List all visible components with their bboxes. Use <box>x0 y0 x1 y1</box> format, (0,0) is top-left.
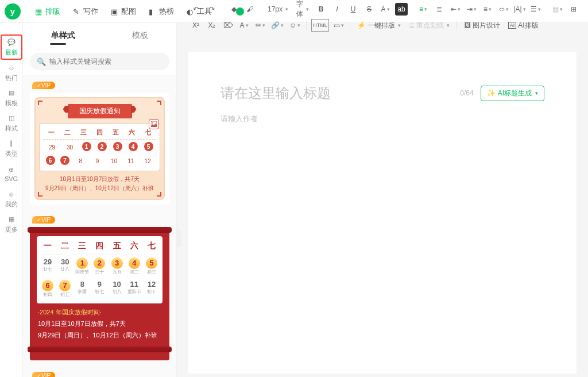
ai-typeset-button[interactable]: ⚡一键排版▾ <box>355 19 403 32</box>
style-gallery[interactable]: ✓VIP 国庆放假通知 一二三四五六七 293012345 6789101112… <box>23 75 176 377</box>
layout-icon: ▦ <box>35 7 43 16</box>
vip-badge: ✓VIP <box>32 372 55 377</box>
marker-button[interactable]: ✏▾ <box>254 19 266 32</box>
logo-letter: y <box>5 3 21 20</box>
announce-line: 9月29日（周日）、10月12日（周六）补班 <box>38 330 161 341</box>
tab-trending[interactable]: ▮热榜 <box>143 3 180 20</box>
announce-highlight: ·2024 年国庆放假时间· <box>38 307 161 318</box>
nav-more[interactable]: ▦更多 <box>1 211 22 237</box>
ai-layout-button[interactable]: AIAI排版 <box>506 19 541 32</box>
strike-button[interactable]: S <box>363 3 376 16</box>
style-card-1[interactable]: 国庆放假通知 一二三四五六七 293012345 6789101112 10月1… <box>30 93 169 205</box>
ai-icon: AI <box>508 22 517 29</box>
vip-badge: ✓VIP <box>32 82 55 89</box>
font-family-select[interactable]: 字体▾ <box>294 3 311 16</box>
align-justify-button[interactable]: ≣ <box>433 3 446 16</box>
picture-icon <box>149 119 159 129</box>
picture-icon: 🖼 <box>464 21 471 29</box>
subscript-button[interactable]: X₂ <box>206 19 218 32</box>
ribbon: 国庆放假通知 <box>68 104 132 118</box>
image-design-button[interactable]: 🖼图片设计 <box>462 19 502 32</box>
lines-icon: ≣ <box>409 21 415 29</box>
nav-svg[interactable]: ⊕SVG <box>1 161 22 186</box>
letter-spacing-button[interactable]: ⬄▾ <box>497 3 510 16</box>
panel-tab-single[interactable]: 单样式 <box>51 30 75 41</box>
word-spacing-button[interactable]: |A|▾ <box>513 3 526 16</box>
user-icon: ☺ <box>7 190 16 199</box>
title-input[interactable]: 请在这里输入标题 <box>220 84 453 102</box>
grid-icon: ▦ <box>7 215 16 224</box>
nav-mine[interactable]: ☺我的 <box>1 186 22 211</box>
style-icon: ◫ <box>7 114 16 123</box>
align-left-button[interactable]: ≡▾ <box>417 3 430 16</box>
indent-right-button[interactable]: ⇥▾ <box>465 3 478 16</box>
globe-icon: ⊕ <box>7 165 16 174</box>
document-paper[interactable]: 请在这里输入标题 0/64 ✨AI标题生成▾ 请输入作者 <box>188 52 577 374</box>
chat-icon: 💬 <box>7 38 16 47</box>
html-button[interactable]: HTML <box>311 19 329 32</box>
style-panel: 单样式 模板 🔍 ✓VIP 国庆放假通知 一二三四五六七 293012345 <box>23 23 177 377</box>
line-height-button[interactable]: ≡▾ <box>481 3 494 16</box>
nav-hot[interactable]: ♨热门 <box>1 60 22 85</box>
template-icon: ▤ <box>7 89 16 98</box>
editor-toolbar: ↶ ↷ ◆ 🖌 17px▾ 字体▾ B I U S A▾ ab ≡▾ ≣ ⇤▾ … <box>189 1 586 33</box>
font-size-select[interactable]: 17px▾ <box>265 3 291 16</box>
italic-button[interactable]: I <box>331 3 343 16</box>
undo-button[interactable]: ↶ <box>189 3 202 16</box>
author-input[interactable]: 请输入作者 <box>220 114 544 124</box>
text-effect-button[interactable]: A▾ <box>238 19 250 32</box>
section-button[interactable]: ▭▾ <box>332 19 345 32</box>
svg-point-1 <box>152 122 153 124</box>
panel-drag-handle[interactable] <box>177 230 181 247</box>
panel-tab-template[interactable]: 模板 <box>132 30 148 41</box>
bars-icon: ∥ <box>7 139 16 148</box>
focus-line-button[interactable]: ≣重点划线▾ <box>407 19 452 32</box>
fire-icon: ♨ <box>7 63 16 72</box>
flag-icon: ▮ <box>149 7 157 16</box>
ai-title-button[interactable]: ✨AI标题生成▾ <box>481 86 544 101</box>
emoji-button[interactable]: ☺▾ <box>288 19 301 32</box>
redo-button[interactable]: ↷ <box>206 3 218 16</box>
notice-line: 9月29日（周日）、10月12日（周六）补班 <box>39 184 160 193</box>
underline-button[interactable]: U <box>347 3 359 16</box>
sparkle-icon: ✨ <box>487 89 496 97</box>
font-color-button[interactable]: A▾ <box>379 3 392 16</box>
search-box[interactable]: 🔍 <box>30 53 169 70</box>
link-button[interactable]: 🔗▾ <box>270 19 285 32</box>
style-card-2[interactable]: 一二三四五六七 29廿七30廿八1国庆节2三十3九月4初二5初三 6初四7初五8… <box>30 227 169 360</box>
paint-icon[interactable]: ◆ <box>227 3 240 16</box>
app-logo[interactable]: y <box>2 1 24 22</box>
nav-style[interactable]: ◫样式 <box>1 110 22 136</box>
superscript-button[interactable]: X² <box>189 19 202 32</box>
nav-type[interactable]: ∥类型 <box>1 136 22 161</box>
vip-badge: ✓VIP <box>32 216 55 224</box>
component-button[interactable]: ▦▾ <box>551 3 564 16</box>
bolt-icon: ⚡ <box>357 21 366 29</box>
editor-area: 请在这里输入标题 0/64 ✨AI标题生成▾ 请输入作者 <box>177 23 588 377</box>
image-icon: ▣ <box>111 7 119 16</box>
clear-format-button[interactable]: ⌦ <box>222 19 234 32</box>
notice-line: 10月1日至10月7日放假，共7天 <box>39 175 160 184</box>
search-icon: 🔍 <box>37 57 46 66</box>
search-input[interactable] <box>49 57 163 66</box>
indent-left-button[interactable]: ⇤▾ <box>449 3 462 16</box>
announce-line: 10月1日至10月7日放假，共7天 <box>38 318 161 330</box>
title-count: 0/64 <box>460 89 473 97</box>
bold-button[interactable]: B <box>315 3 327 16</box>
side-nav: 💬最新 ♨热门 ▤模板 ◫样式 ∥类型 ⊕SVG ☺我的 ▦更多 <box>0 23 23 377</box>
highlight-button[interactable]: ab <box>395 3 408 16</box>
list-button[interactable]: ☰▾ <box>529 3 542 16</box>
tab-write[interactable]: ✎写作 <box>67 3 104 20</box>
tab-image[interactable]: ▣配图 <box>105 3 142 20</box>
format-brush-icon[interactable]: 🖌 <box>243 3 256 16</box>
nav-template[interactable]: ▤模板 <box>1 85 22 110</box>
tab-layout[interactable]: ▦排版 <box>29 3 66 20</box>
nav-latest[interactable]: 💬最新 <box>1 34 22 60</box>
quote-button[interactable]: ❞ <box>583 3 588 16</box>
pen-icon: ✎ <box>73 7 81 16</box>
table-button[interactable]: ⊞ <box>567 3 580 16</box>
